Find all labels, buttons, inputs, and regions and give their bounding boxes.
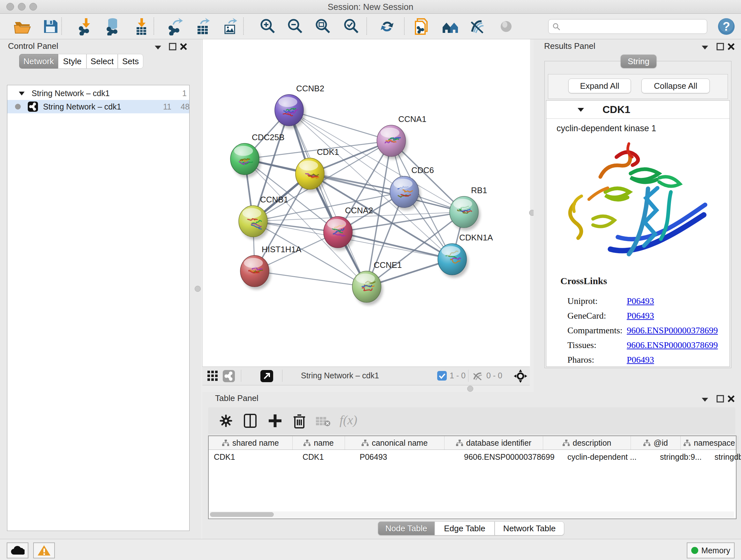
column-header-shared-name[interactable]: shared name — [209, 436, 293, 449]
add-column-icon[interactable] — [268, 414, 282, 428]
column-header-canonical-name[interactable]: canonical name — [345, 436, 445, 449]
tab-node-table[interactable]: Node Table — [378, 521, 434, 536]
panel-close-icon[interactable] — [727, 395, 735, 403]
tab-edge-table[interactable]: Edge Table — [434, 521, 495, 536]
column-header-name[interactable]: name — [293, 436, 345, 449]
network-edge[interactable] — [289, 110, 367, 287]
network-node-CDC6[interactable] — [390, 176, 421, 210]
import-table-icon[interactable] — [133, 17, 151, 36]
column-type-icon — [562, 439, 569, 446]
protein-collapse-icon[interactable] — [577, 107, 585, 113]
new-network-icon[interactable] — [167, 17, 185, 36]
crosslink-link[interactable]: 9606.ENSP00000378699 — [627, 325, 718, 335]
tab-style[interactable]: Style — [58, 54, 86, 69]
column-header-database-identifier[interactable]: database identifier — [445, 436, 543, 449]
first-neighbors-icon[interactable] — [441, 17, 459, 36]
left-splitter-handle[interactable] — [195, 286, 201, 292]
panel-float-icon[interactable] — [716, 43, 724, 51]
network-tree: String Network – cdk1 1 String Network –… — [7, 85, 190, 531]
table-cell[interactable]: P06493 — [354, 450, 459, 464]
tab-sets[interactable]: Sets — [118, 54, 143, 69]
panel-close-icon[interactable] — [727, 43, 735, 51]
crosslink-link[interactable]: P06493 — [627, 311, 654, 321]
network-node-CCNE1[interactable] — [352, 271, 383, 305]
search-input[interactable] — [548, 19, 707, 34]
delete-column-icon[interactable] — [293, 413, 306, 428]
hide-selected-icon[interactable] — [469, 17, 487, 36]
help-icon[interactable]: ? — [718, 17, 735, 36]
column-header-description[interactable]: description — [543, 436, 631, 449]
zoom-in-icon[interactable] — [259, 17, 277, 36]
separator — [241, 370, 241, 382]
panel-menu-icon[interactable] — [154, 44, 162, 50]
tab-network[interactable]: Network — [19, 54, 58, 69]
network-collection-row[interactable]: String Network – cdk1 1 — [7, 86, 189, 100]
column-header-@id[interactable]: @id — [631, 436, 681, 449]
network-row[interactable]: String Network – cdk1 11 48 — [7, 100, 189, 113]
crosslink-link[interactable]: P06493 — [627, 296, 654, 306]
string-view-icon[interactable] — [223, 370, 235, 382]
network-node-HIST1H1A[interactable] — [240, 255, 271, 290]
protein-header[interactable]: CDK1 — [546, 101, 730, 119]
birdseye-grid-icon[interactable] — [207, 371, 219, 381]
node-label-CCNA2: CCNA2 — [345, 206, 373, 215]
network-edge[interactable] — [255, 271, 367, 287]
tab-string[interactable]: String — [621, 55, 657, 68]
pan-crosshair-icon[interactable] — [514, 369, 527, 383]
warnings-button[interactable] — [33, 543, 55, 558]
panel-float-icon[interactable] — [169, 43, 177, 51]
table-cell[interactable]: 9606.ENSP00000378699 — [459, 450, 562, 464]
cloud-button[interactable] — [7, 543, 28, 558]
crosslink-link[interactable]: 9606.ENSP00000378699 — [627, 340, 718, 350]
panel-float-icon[interactable] — [716, 395, 724, 403]
show-columns-icon[interactable] — [244, 414, 257, 428]
import-network-database-icon[interactable] — [105, 17, 122, 36]
memory-button[interactable]: Memory — [687, 543, 735, 558]
scrollbar-thumb[interactable] — [210, 512, 274, 517]
tab-select[interactable]: Select — [86, 54, 118, 69]
table-cell[interactable]: CDK1 — [209, 450, 297, 464]
crosslink-link[interactable]: P06493 — [627, 355, 654, 365]
zoom-out-icon[interactable] — [286, 17, 305, 36]
table-cell[interactable]: stringdb — [710, 450, 741, 464]
network-node-CCNA2[interactable] — [324, 216, 354, 251]
network-node-CDK1[interactable] — [295, 158, 326, 192]
panel-menu-icon[interactable] — [701, 396, 709, 402]
table-row[interactable]: CDK1CDK1P064939606.ENSP00000378699cyclin… — [209, 450, 736, 464]
show-all-icon[interactable] — [497, 17, 515, 36]
import-network-file-icon[interactable] — [77, 17, 95, 36]
bottom-splitter-handle[interactable] — [467, 386, 473, 392]
panel-close-icon[interactable] — [179, 43, 188, 51]
network-edge[interactable] — [338, 232, 452, 259]
network-node-RB1[interactable] — [450, 196, 480, 231]
network-from-selection-icon[interactable] — [413, 17, 431, 36]
collection-count: 1 — [182, 89, 187, 98]
collapse-all-button[interactable]: Collapse All — [642, 78, 710, 93]
horizontal-scrollbar[interactable] — [209, 511, 734, 518]
node-table[interactable]: shared namenamecanonical namedatabase id… — [208, 435, 737, 519]
new-table-icon[interactable] — [194, 17, 212, 36]
toolbar-separator — [243, 17, 244, 35]
table-cell[interactable]: cyclin-dependent ... — [562, 450, 655, 464]
selected-checkbox-icon[interactable] — [437, 371, 447, 381]
table-cell[interactable]: CDK1 — [297, 450, 354, 464]
collection-expand-icon[interactable] — [18, 91, 25, 96]
tab-network-table[interactable]: Network Table — [495, 521, 564, 536]
network-node-CCNA1[interactable] — [377, 125, 408, 159]
table-settings-gear-icon[interactable] — [219, 415, 232, 427]
column-header-namespace[interactable]: namespace — [681, 436, 738, 449]
network-node-CDKN1A[interactable] — [438, 244, 468, 278]
network-node-CCNB2[interactable] — [275, 95, 306, 129]
apply-layout-icon[interactable] — [378, 17, 396, 36]
zoom-fit-icon[interactable] — [314, 17, 332, 36]
table-cell[interactable]: stringdb:9... — [655, 450, 710, 464]
export-image-icon[interactable] — [222, 17, 240, 36]
expand-all-button[interactable]: Expand All — [568, 78, 631, 93]
network-canvas[interactable]: CCNB2CCNA1CDC25BCDK1CDC6RB1CCNB1CCNA2CDK… — [202, 39, 530, 367]
network-node-CDC25B[interactable] — [230, 143, 261, 178]
save-session-icon[interactable] — [42, 17, 59, 36]
zoom-selected-icon[interactable] — [343, 17, 360, 36]
panel-menu-icon[interactable] — [701, 44, 709, 50]
open-in-window-icon[interactable] — [260, 370, 273, 382]
open-session-icon[interactable] — [13, 17, 31, 36]
